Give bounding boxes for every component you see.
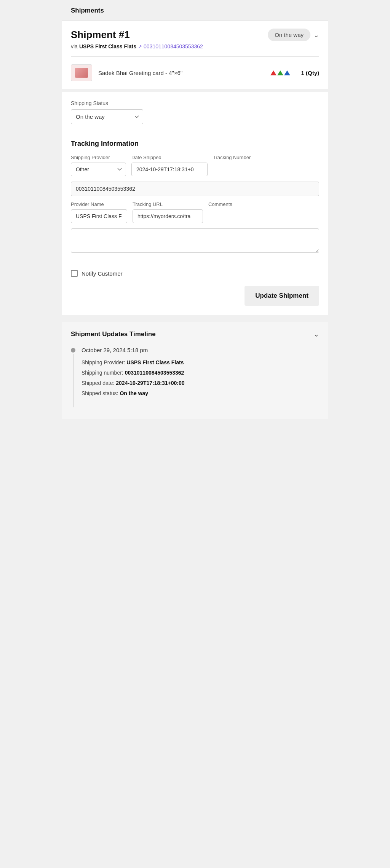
provider-grid: Provider Name Tracking URL Comments	[71, 201, 319, 223]
shipment-via-row: via USPS First Class Flats ↗ 00310110084…	[62, 43, 328, 56]
tracking-section-title: Tracking Information	[71, 140, 319, 148]
notify-row: Notify Customer	[71, 270, 319, 277]
chevron-down-icon[interactable]: ⌄	[313, 31, 319, 39]
date-shipped-input[interactable]	[131, 163, 208, 176]
shipments-header: Shipments	[62, 0, 328, 21]
tracking-url-col: Tracking URL	[133, 201, 203, 223]
green-triangle-icon	[277, 70, 283, 75]
tracking-info-section: Tracking Information Shipping Provider O…	[71, 140, 319, 254]
external-link-icon: ↗	[138, 44, 142, 49]
shipment-card: Shipment #1 On the way ⌄ via USPS First …	[62, 21, 328, 89]
blue-triangle-icon	[284, 70, 290, 75]
update-shipment-button[interactable]: Update Shipment	[245, 286, 319, 306]
timeline-dot-col	[71, 347, 75, 407]
timeline-provider-value: USPS First Class Flats	[126, 359, 184, 365]
update-btn-row: Update Shipment	[71, 286, 319, 306]
shipping-status-select[interactable]: On the way Shipped Delivered Pending	[71, 109, 143, 124]
tracking-number-input[interactable]	[71, 182, 319, 196]
comments-label: Comments	[208, 201, 232, 207]
provider-name-input[interactable]	[71, 209, 127, 223]
page-title: Shipments	[71, 7, 104, 14]
actions-section: Notify Customer Update Shipment	[62, 263, 328, 315]
timeline-section: Shipment Updates Timeline ⌄ October 29, …	[62, 322, 328, 419]
provider-name-col: Provider Name	[71, 201, 127, 223]
timeline-status-value: On the way	[120, 390, 148, 396]
timeline-entry: October 29, 2024 5:18 pm Shipping Provid…	[71, 347, 319, 407]
timeline-status-label: Shipped status:	[82, 390, 118, 396]
carrier-name: USPS First Class Flats	[79, 43, 136, 49]
timeline-number-row: Shipping number: 00310110084503553362	[82, 369, 319, 377]
notify-customer-checkbox[interactable]	[71, 270, 78, 277]
provider-select[interactable]: Other USPS FedEx UPS DHL	[71, 163, 126, 176]
tracking-url-label: Tracking URL	[133, 201, 203, 207]
timeline-shipped-date-label: Shipped date:	[82, 380, 114, 386]
shipping-status-label: Shipping Status	[71, 100, 319, 106]
color-icons	[270, 70, 290, 75]
timeline-shipped-date-row: Shipped date: 2024-10-29T17:18:31+00:00	[82, 379, 319, 387]
timeline-provider-row: Shipping Provider: USPS First Class Flat…	[82, 359, 319, 367]
section-divider-1	[62, 89, 328, 92]
product-row: Sadek Bhai Greeting card - 4"×6" 1 (Qty)	[62, 57, 328, 89]
timeline-header: Shipment Updates Timeline ⌄	[71, 330, 319, 338]
timeline-number-value: 00310110084503553362	[125, 370, 184, 376]
shipment-title: Shipment #1	[71, 29, 130, 41]
product-thumb-image	[75, 68, 88, 78]
shipping-status-group: Shipping Status On the way Shipped Deliv…	[71, 100, 319, 124]
status-badge: On the way	[268, 29, 310, 41]
tracking-number-link[interactable]: 00310110084503553362	[144, 43, 203, 49]
comments-col: Comments	[208, 201, 232, 223]
date-shipped-col: Date Shipped	[131, 155, 208, 176]
timeline-status-row: Shipped status: On the way	[82, 389, 319, 397]
tracking-url-input[interactable]	[133, 209, 203, 223]
product-qty: 1 (Qty)	[301, 70, 319, 76]
timeline-line	[73, 354, 74, 407]
inline-divider-1	[71, 132, 319, 132]
provider-label: Shipping Provider	[71, 155, 126, 160]
timeline-provider-label: Shipping Provider:	[82, 359, 125, 365]
red-triangle-icon	[270, 70, 277, 75]
timeline-content: October 29, 2024 5:18 pm Shipping Provid…	[82, 347, 319, 407]
product-name: Sadek Bhai Greeting card - 4"×6"	[98, 70, 264, 76]
date-shipped-label: Date Shipped	[131, 155, 208, 160]
comments-textarea[interactable]	[71, 228, 319, 253]
tracking-number-label: Tracking Number	[213, 155, 251, 160]
provider-col: Shipping Provider Other USPS FedEx UPS D…	[71, 155, 126, 176]
provider-name-label: Provider Name	[71, 201, 127, 207]
status-badge-wrap: On the way ⌄	[268, 29, 319, 41]
timeline-date: October 29, 2024 5:18 pm	[82, 347, 319, 353]
via-label: via	[71, 43, 78, 49]
timeline-title: Shipment Updates Timeline	[71, 330, 156, 338]
tracking-grid: Shipping Provider Other USPS FedEx UPS D…	[71, 155, 319, 176]
timeline-number-label: Shipping number:	[82, 370, 123, 376]
section-divider-2	[62, 315, 328, 318]
timeline-chevron-icon[interactable]: ⌄	[313, 330, 319, 338]
notify-customer-label: Notify Customer	[82, 270, 123, 277]
form-section: Shipping Status On the way Shipped Deliv…	[62, 92, 328, 263]
tracking-number-col: Tracking Number	[213, 155, 251, 176]
timeline-shipped-date-value: 2024-10-29T17:18:31+00:00	[116, 380, 184, 386]
shipment-title-row: Shipment #1 On the way ⌄	[62, 21, 328, 43]
product-thumbnail	[71, 64, 92, 81]
timeline-dot	[71, 348, 75, 353]
